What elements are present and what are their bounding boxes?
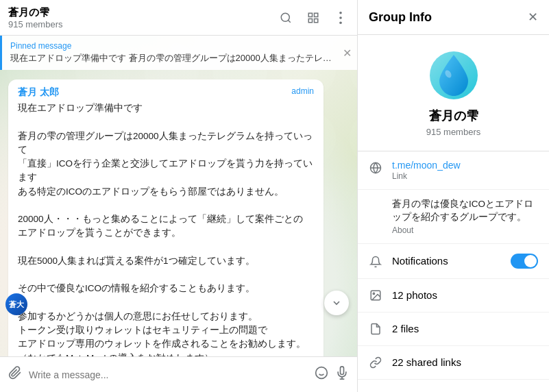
chat-subtitle: 915 members [8,19,278,29]
chat-input-bar [0,356,357,392]
message-header: 蒼月 太郎 admin [18,86,314,99]
info-link-row: t.me/moon_dew Link [358,151,549,190]
pinned-close-icon[interactable]: ✕ [343,47,352,60]
voice-icon[interactable] [335,366,349,383]
chat-header: 蒼月の雫 915 members [0,0,357,36]
links-icon [369,356,382,369]
svg-rect-3 [315,13,318,16]
more-icon[interactable] [332,10,349,26]
chat-panel: 蒼月の雫 915 members [0,0,357,392]
group-link[interactable]: t.me/moon_dew [392,160,538,171]
svg-point-9 [316,367,328,379]
info-photos-row[interactable]: 12 photos [358,279,549,313]
message-text: 現在エアドロップ準備中です 蒼月の雫の管理グループは20000人集まったテレグラ… [18,101,314,356]
svg-rect-4 [308,19,312,22]
files-icon [369,322,382,336]
group-avatar [430,51,478,99]
group-about: 蒼月の雫は優良なICOとエアドロップを紹介するグループです。 [392,198,538,224]
group-about-label: About [392,225,538,235]
info-shared-links-row[interactable]: 22 shared links [358,346,549,380]
info-about-row: 蒼月の雫は優良なICOとエアドロップを紹介するグループです。 About [358,190,549,244]
info-profile: 蒼月の雫 915 members [358,35,549,151]
group-name: 蒼月の雫 [429,108,478,124]
svg-point-0 [281,13,289,21]
info-files-row[interactable]: 2 files [358,313,549,346]
attach-icon[interactable] [8,366,22,383]
info-link-content: t.me/moon_dew Link [392,160,538,181]
photos-icon [369,289,382,302]
svg-point-8 [339,21,342,24]
info-notifications-row: Notifications [358,244,549,279]
svg-rect-2 [308,13,312,16]
info-icon [369,161,382,175]
notifications-icon [369,255,382,269]
svg-point-7 [339,16,342,19]
message-bubble: 蒼月 太郎 admin 現在エアドロップ準備中です 蒼月の雫の管理グループは20… [8,79,324,356]
water-drop-icon [436,53,472,98]
notifications-label: Notifications [392,255,501,267]
chat-header-info: 蒼月の雫 915 members [8,6,278,29]
pinned-text: 現在エアドロップ準備中です 蒼月の雫の管理グループは20000人集まったテレグラ… [10,52,332,64]
svg-rect-5 [315,19,318,22]
pinned-label: Pinned message [10,41,332,51]
chat-messages-area: Pinned message 現在エアドロップ準備中です 蒼月の雫の管理グループ… [0,36,357,356]
group-link-type: Link [392,171,538,181]
info-rows: t.me/moon_dew Link 蒼月の雫は優良なICOとエアドロップを紹介… [358,151,549,392]
group-members-count: 915 members [426,127,480,137]
pinned-message[interactable]: Pinned message 現在エアドロップ準備中です 蒼月の雫の管理グループ… [0,36,357,70]
emoji-icon[interactable] [315,366,328,383]
info-header: Group Info ✕ [358,0,549,35]
files-label: 2 files [392,323,419,334]
message-sender: 蒼月 太郎 [18,86,59,99]
message-area: 蒼月 太郎 admin 現在エアドロップ準備中です 蒼月の雫の管理グループは20… [0,71,357,356]
search-icon[interactable] [278,10,294,26]
info-panel-title: Group Info [369,10,432,25]
info-about-content: 蒼月の雫は優良なICOとエアドロップを紹介するグループです。 About [392,198,538,235]
message-admin-badge: admin [291,86,314,99]
shared-links-label: 22 shared links [392,356,461,368]
photos-label: 12 photos [392,289,437,301]
group-info-panel: Group Info ✕ 蒼月の雫 915 members [357,0,549,392]
svg-line-1 [288,20,290,22]
scroll-to-bottom-button[interactable] [324,291,349,315]
user-avatar: 蒼大 [5,293,27,315]
layout-icon[interactable] [305,10,321,26]
svg-point-19 [373,293,374,294]
notifications-toggle[interactable] [511,254,538,269]
chat-header-actions [278,10,349,26]
info-close-icon[interactable]: ✕ [528,10,538,25]
svg-point-6 [339,12,342,14]
chat-title: 蒼月の雫 [8,6,278,19]
message-input[interactable] [29,369,308,380]
